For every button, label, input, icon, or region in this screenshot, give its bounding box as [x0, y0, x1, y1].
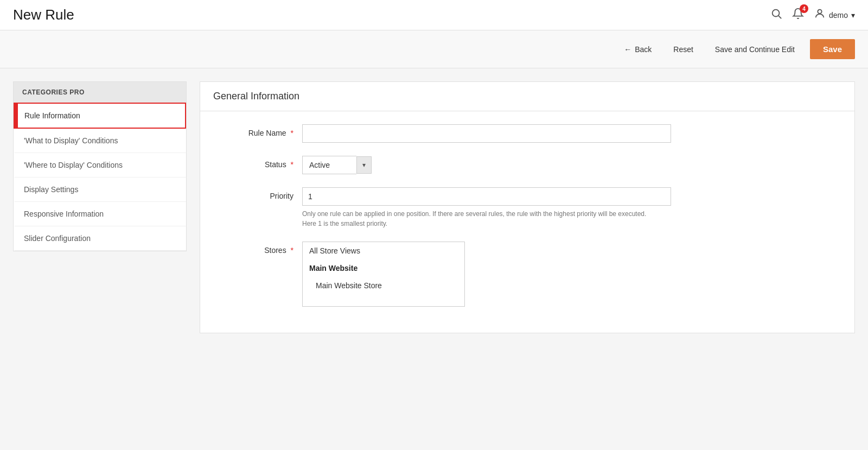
notifications-icon[interactable]: 4 — [792, 8, 804, 22]
stores-label: Stores * — [218, 242, 293, 255]
required-mark: * — [291, 246, 293, 255]
main-content: CATEGORIES PRO Rule Information 'What to… — [0, 68, 868, 346]
svg-line-1 — [778, 16, 781, 18]
content-panel: General Information Rule Name * Status * — [200, 81, 855, 333]
save-continue-label: Save and Continue Edit — [715, 45, 795, 54]
sidebar-item-label: Rule Information — [24, 111, 80, 120]
user-menu[interactable]: demo ▾ — [814, 8, 855, 22]
search-icon[interactable] — [770, 8, 782, 22]
user-avatar-icon — [814, 8, 826, 22]
stores-option-all[interactable]: All Store Views — [303, 242, 464, 259]
header-actions: 4 demo ▾ — [770, 8, 855, 22]
priority-hint: Only one rule can be applied in one posi… — [302, 209, 649, 229]
sidebar-item-label: Slider Configuration — [24, 234, 91, 243]
priority-row: Priority Only one rule can be applied in… — [218, 187, 837, 229]
rule-name-label: Rule Name * — [218, 124, 293, 137]
status-dropdown-button[interactable]: ▾ — [356, 156, 372, 174]
stores-option-main-website[interactable]: Main Website — [303, 259, 464, 277]
save-continue-button[interactable]: Save and Continue Edit — [709, 41, 801, 58]
sidebar: CATEGORIES PRO Rule Information 'What to… — [13, 81, 187, 251]
user-dropdown-icon: ▾ — [851, 11, 855, 20]
sidebar-item-label: 'What to Display' Conditions — [24, 136, 118, 145]
sidebar-item-label: Display Settings — [24, 185, 78, 194]
priority-label: Priority — [218, 187, 293, 200]
save-label: Save — [823, 45, 842, 54]
status-label: Status * — [218, 156, 293, 169]
required-mark: * — [291, 160, 293, 169]
status-control: Active ▾ — [302, 156, 671, 174]
rule-name-control — [302, 124, 671, 143]
sidebar-title: CATEGORIES PRO — [14, 82, 186, 103]
sidebar-item-label: Responsive Information — [24, 210, 104, 218]
status-select-text: Active — [302, 156, 356, 174]
save-button[interactable]: Save — [810, 39, 855, 59]
sidebar-item-responsive-information[interactable]: Responsive Information — [14, 202, 186, 226]
priority-control: Only one rule can be applied in one posi… — [302, 187, 671, 229]
stores-control: All Store Views Main Website Main Websit… — [302, 242, 671, 307]
sidebar-item-what-to-display[interactable]: 'What to Display' Conditions — [14, 129, 186, 153]
sidebar-item-display-settings[interactable]: Display Settings — [14, 178, 186, 202]
sidebar-item-slider-configuration[interactable]: Slider Configuration — [14, 226, 186, 251]
svg-point-0 — [773, 10, 780, 17]
status-row: Status * Active ▾ — [218, 156, 837, 174]
back-arrow-icon: ← — [624, 45, 631, 54]
sidebar-item-label: 'Where to Display' Conditions — [24, 161, 123, 169]
reset-button[interactable]: Reset — [667, 41, 700, 58]
stores-listbox[interactable]: All Store Views Main Website Main Websit… — [302, 242, 465, 307]
toolbar: ← Back Reset Save and Continue Edit Save — [0, 30, 868, 68]
stores-option-main-website-store[interactable]: Main Website Store — [303, 277, 464, 294]
priority-input[interactable] — [302, 187, 671, 206]
rule-name-row: Rule Name * — [218, 124, 837, 143]
required-mark: * — [291, 129, 293, 137]
back-button[interactable]: ← Back — [617, 41, 658, 58]
back-label: Back — [635, 45, 652, 54]
form-body: Rule Name * Status * Active ▾ — [200, 111, 854, 333]
status-select-wrapper: Active ▾ — [302, 156, 671, 174]
rule-name-input[interactable] — [302, 124, 671, 143]
notification-badge: 4 — [800, 4, 808, 13]
stores-row: Stores * All Store Views Main Website Ma… — [218, 242, 837, 307]
sidebar-item-rule-information[interactable]: Rule Information — [14, 103, 186, 129]
sidebar-item-where-to-display[interactable]: 'Where to Display' Conditions — [14, 153, 186, 178]
svg-point-2 — [818, 10, 821, 14]
user-name-label: demo — [829, 11, 848, 20]
reset-label: Reset — [673, 45, 693, 54]
page-title: New Rule — [13, 7, 74, 23]
page-header: New Rule 4 demo ▾ — [0, 0, 868, 30]
section-title: General Information — [200, 82, 854, 111]
